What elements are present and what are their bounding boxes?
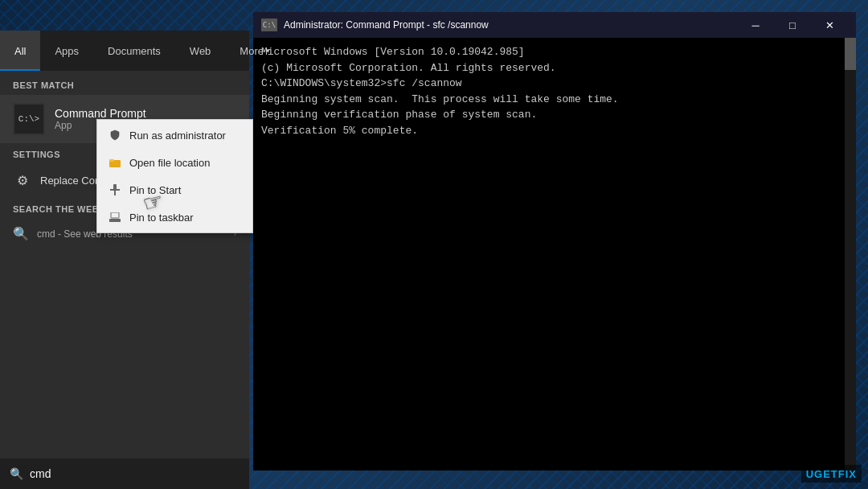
context-menu: Run as administrator Open file location … xyxy=(96,119,253,233)
cmd-scrollbar[interactable] xyxy=(845,38,856,471)
cmd-line-8: Beginning verification phase of system s… xyxy=(261,107,848,123)
ctx-pin-to-taskbar-label: Pin to taskbar xyxy=(129,212,194,224)
folder-icon xyxy=(107,154,123,171)
ctx-run-as-admin-label: Run as administrator xyxy=(129,129,226,142)
minimize-button[interactable]: ─ xyxy=(737,12,774,38)
search-input[interactable]: cmd xyxy=(30,467,51,480)
cmd-title-text: Administrator: Command Prompt - sfc /sca… xyxy=(284,19,737,31)
nav-tab-documents[interactable]: Documents xyxy=(93,31,175,71)
watermark: UGETFIX xyxy=(801,465,862,483)
cmd-scrollbar-thumb xyxy=(845,38,856,70)
watermark-text: UGETFIX xyxy=(806,468,857,480)
cmd-line-6: Beginning system scan. This process will… xyxy=(261,92,848,108)
app-name: Command Prompt xyxy=(55,107,236,120)
cmd-title-icon: C:\ xyxy=(261,18,277,31)
search-bar[interactable]: 🔍 cmd xyxy=(0,458,249,489)
ctx-run-as-admin[interactable]: Run as administrator xyxy=(97,121,252,149)
search-web-icon: 🔍 xyxy=(13,225,29,241)
nav-tab-web[interactable]: Web xyxy=(175,31,226,71)
app-icon-box: C:\> xyxy=(13,103,45,135)
cmd-window: C:\ Administrator: Command Prompt - sfc … xyxy=(253,12,856,471)
nav-tab-all[interactable]: All xyxy=(0,31,40,71)
cmd-controls: ─ □ ✕ xyxy=(737,12,848,38)
start-nav: All Apps Documents Web More ▾ xyxy=(0,31,249,71)
svg-rect-5 xyxy=(109,219,121,222)
more-arrow-icon: ▾ xyxy=(266,47,270,55)
cmd-titlebar: C:\ Administrator: Command Prompt - sfc … xyxy=(253,12,856,38)
close-button[interactable]: ✕ xyxy=(811,12,848,38)
cmd-line-1: Microsoft Windows [Version 10.0.19042.98… xyxy=(261,44,848,60)
svg-rect-3 xyxy=(110,189,120,191)
shield-icon xyxy=(107,127,123,143)
cmd-icon: C:\> xyxy=(14,105,43,134)
nav-tab-apps[interactable]: Apps xyxy=(40,31,93,71)
taskbar-icon xyxy=(107,209,123,225)
cmd-body: Microsoft Windows [Version 10.0.19042.98… xyxy=(253,38,856,471)
pin-start-icon xyxy=(107,182,123,198)
ctx-pin-to-start-label: Pin to Start xyxy=(129,184,181,196)
cmd-line-2: (c) Microsoft Corporation. All rights re… xyxy=(261,60,848,76)
svg-rect-4 xyxy=(114,191,116,195)
settings-icon: ⚙ xyxy=(13,171,32,190)
cmd-line-4: C:\WINDOWS\system32>sfc /scannow xyxy=(261,76,848,92)
ctx-open-file-location-label: Open file location xyxy=(129,157,210,169)
ctx-pin-to-taskbar[interactable]: Pin to taskbar xyxy=(97,203,252,231)
svg-rect-6 xyxy=(111,212,119,218)
ctx-pin-to-start[interactable]: Pin to Start xyxy=(97,176,252,203)
restore-button[interactable]: □ xyxy=(774,12,811,38)
svg-rect-1 xyxy=(109,159,114,162)
start-menu: All Apps Documents Web More ▾ Best match… xyxy=(0,31,249,489)
cmd-line-9: Verification 5% complete. xyxy=(261,123,848,139)
nav-tab-more[interactable]: More ▾ xyxy=(225,31,285,71)
search-icon: 🔍 xyxy=(10,467,23,480)
best-match-label: Best match xyxy=(0,71,249,95)
ctx-open-file-location[interactable]: Open file location xyxy=(97,149,252,176)
